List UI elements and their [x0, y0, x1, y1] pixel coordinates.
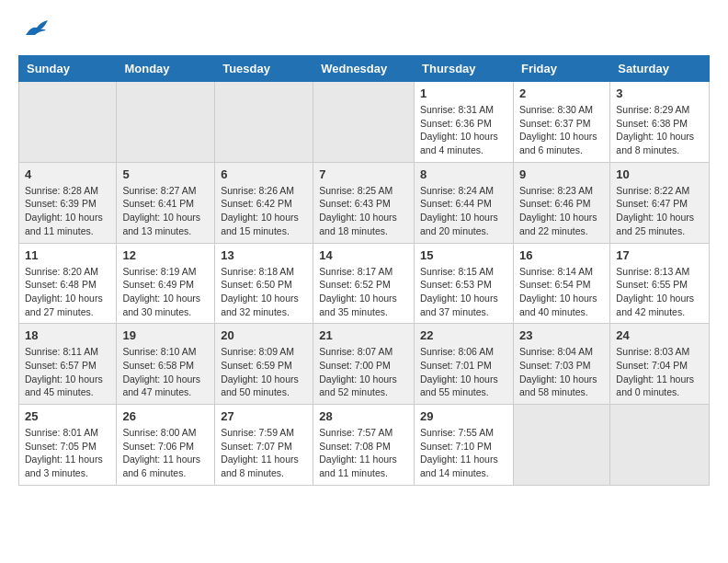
day-info: Sunrise: 8:27 AM Sunset: 6:41 PM Dayligh… [122, 184, 209, 238]
weekday-header-sunday: Sunday [19, 56, 117, 82]
calendar-table: SundayMondayTuesdayWednesdayThursdayFrid… [18, 55, 710, 486]
day-number: 12 [122, 248, 209, 262]
calendar-cell: 12Sunrise: 8:19 AM Sunset: 6:49 PM Dayli… [117, 243, 215, 324]
day-number: 11 [25, 248, 110, 262]
weekday-header-saturday: Saturday [610, 56, 710, 82]
day-number: 24 [616, 328, 703, 342]
calendar-cell [313, 82, 415, 163]
day-number: 22 [420, 328, 507, 342]
calendar-cell: 10Sunrise: 8:22 AM Sunset: 6:47 PM Dayli… [610, 162, 710, 243]
day-number: 18 [25, 328, 110, 342]
calendar-cell: 18Sunrise: 8:11 AM Sunset: 6:57 PM Dayli… [19, 324, 117, 405]
day-info: Sunrise: 7:55 AM Sunset: 7:10 PM Dayligh… [420, 426, 507, 480]
calendar-cell: 24Sunrise: 8:03 AM Sunset: 7:04 PM Dayli… [610, 324, 710, 405]
calendar-cell [610, 405, 710, 486]
day-info: Sunrise: 8:20 AM Sunset: 6:48 PM Dayligh… [25, 265, 110, 319]
calendar-week-2: 4Sunrise: 8:28 AM Sunset: 6:39 PM Daylig… [19, 162, 710, 243]
calendar-cell [19, 82, 117, 163]
logo [18, 18, 50, 46]
weekday-header-row: SundayMondayTuesdayWednesdayThursdayFrid… [19, 56, 710, 82]
calendar-cell: 13Sunrise: 8:18 AM Sunset: 6:50 PM Dayli… [215, 243, 313, 324]
day-number: 28 [319, 409, 408, 423]
day-info: Sunrise: 8:26 AM Sunset: 6:42 PM Dayligh… [221, 184, 307, 238]
day-info: Sunrise: 7:57 AM Sunset: 7:08 PM Dayligh… [319, 426, 408, 480]
calendar-cell: 5Sunrise: 8:27 AM Sunset: 6:41 PM Daylig… [117, 162, 215, 243]
calendar-cell: 16Sunrise: 8:14 AM Sunset: 6:54 PM Dayli… [513, 243, 609, 324]
calendar-week-1: 1Sunrise: 8:31 AM Sunset: 6:36 PM Daylig… [19, 82, 710, 163]
calendar-cell: 1Sunrise: 8:31 AM Sunset: 6:36 PM Daylig… [415, 82, 514, 163]
weekday-header-monday: Monday [117, 56, 215, 82]
day-info: Sunrise: 8:23 AM Sunset: 6:46 PM Dayligh… [519, 184, 604, 238]
day-info: Sunrise: 8:03 AM Sunset: 7:04 PM Dayligh… [616, 345, 703, 399]
day-number: 2 [519, 86, 604, 100]
day-number: 25 [25, 409, 110, 423]
calendar-cell [513, 405, 609, 486]
calendar-cell: 28Sunrise: 7:57 AM Sunset: 7:08 PM Dayli… [313, 405, 415, 486]
calendar-cell: 7Sunrise: 8:25 AM Sunset: 6:43 PM Daylig… [313, 162, 415, 243]
calendar-header: SundayMondayTuesdayWednesdayThursdayFrid… [19, 56, 710, 82]
day-info: Sunrise: 8:24 AM Sunset: 6:44 PM Dayligh… [420, 184, 507, 238]
logo-bird-icon [24, 18, 50, 39]
calendar-cell: 4Sunrise: 8:28 AM Sunset: 6:39 PM Daylig… [19, 162, 117, 243]
day-info: Sunrise: 8:07 AM Sunset: 7:00 PM Dayligh… [319, 345, 408, 399]
day-info: Sunrise: 8:00 AM Sunset: 7:06 PM Dayligh… [122, 426, 209, 480]
calendar-week-5: 25Sunrise: 8:01 AM Sunset: 7:05 PM Dayli… [19, 405, 710, 486]
calendar-cell: 15Sunrise: 8:15 AM Sunset: 6:53 PM Dayli… [415, 243, 514, 324]
day-number: 7 [319, 167, 408, 181]
header [18, 18, 710, 46]
day-number: 3 [616, 86, 703, 100]
day-number: 19 [122, 328, 209, 342]
calendar-cell: 21Sunrise: 8:07 AM Sunset: 7:00 PM Dayli… [313, 324, 415, 405]
calendar-cell: 11Sunrise: 8:20 AM Sunset: 6:48 PM Dayli… [19, 243, 117, 324]
day-number: 9 [519, 167, 604, 181]
calendar-cell: 9Sunrise: 8:23 AM Sunset: 6:46 PM Daylig… [513, 162, 609, 243]
calendar-week-3: 11Sunrise: 8:20 AM Sunset: 6:48 PM Dayli… [19, 243, 710, 324]
calendar-cell: 2Sunrise: 8:30 AM Sunset: 6:37 PM Daylig… [513, 82, 609, 163]
calendar-cell: 22Sunrise: 8:06 AM Sunset: 7:01 PM Dayli… [415, 324, 514, 405]
day-info: Sunrise: 8:15 AM Sunset: 6:53 PM Dayligh… [420, 265, 507, 319]
day-info: Sunrise: 8:04 AM Sunset: 7:03 PM Dayligh… [519, 345, 604, 399]
day-info: Sunrise: 8:10 AM Sunset: 6:58 PM Dayligh… [122, 345, 209, 399]
calendar-cell: 20Sunrise: 8:09 AM Sunset: 6:59 PM Dayli… [215, 324, 313, 405]
calendar-cell: 19Sunrise: 8:10 AM Sunset: 6:58 PM Dayli… [117, 324, 215, 405]
weekday-header-friday: Friday [513, 56, 609, 82]
day-number: 23 [519, 328, 604, 342]
day-number: 27 [221, 409, 307, 423]
calendar-cell: 23Sunrise: 8:04 AM Sunset: 7:03 PM Dayli… [513, 324, 609, 405]
calendar-cell: 29Sunrise: 7:55 AM Sunset: 7:10 PM Dayli… [415, 405, 514, 486]
day-info: Sunrise: 8:19 AM Sunset: 6:49 PM Dayligh… [122, 265, 209, 319]
weekday-header-tuesday: Tuesday [215, 56, 313, 82]
day-info: Sunrise: 8:30 AM Sunset: 6:37 PM Dayligh… [519, 103, 604, 157]
day-number: 17 [616, 248, 703, 262]
day-number: 13 [221, 248, 307, 262]
calendar-cell: 17Sunrise: 8:13 AM Sunset: 6:55 PM Dayli… [610, 243, 710, 324]
calendar-cell: 14Sunrise: 8:17 AM Sunset: 6:52 PM Dayli… [313, 243, 415, 324]
calendar-cell: 27Sunrise: 7:59 AM Sunset: 7:07 PM Dayli… [215, 405, 313, 486]
day-number: 8 [420, 167, 507, 181]
day-info: Sunrise: 8:17 AM Sunset: 6:52 PM Dayligh… [319, 265, 408, 319]
day-number: 16 [519, 248, 604, 262]
day-info: Sunrise: 8:06 AM Sunset: 7:01 PM Dayligh… [420, 345, 507, 399]
calendar-cell [117, 82, 215, 163]
day-info: Sunrise: 8:22 AM Sunset: 6:47 PM Dayligh… [616, 184, 703, 238]
day-number: 4 [25, 167, 110, 181]
day-number: 15 [420, 248, 507, 262]
day-info: Sunrise: 8:13 AM Sunset: 6:55 PM Dayligh… [616, 265, 703, 319]
calendar-cell: 26Sunrise: 8:00 AM Sunset: 7:06 PM Dayli… [117, 405, 215, 486]
day-number: 10 [616, 167, 703, 181]
day-info: Sunrise: 8:01 AM Sunset: 7:05 PM Dayligh… [25, 426, 110, 480]
day-number: 1 [420, 86, 507, 100]
calendar-cell: 3Sunrise: 8:29 AM Sunset: 6:38 PM Daylig… [610, 82, 710, 163]
day-info: Sunrise: 8:31 AM Sunset: 6:36 PM Dayligh… [420, 103, 507, 157]
calendar-cell [215, 82, 313, 163]
day-number: 20 [221, 328, 307, 342]
weekday-header-thursday: Thursday [415, 56, 514, 82]
weekday-header-wednesday: Wednesday [313, 56, 415, 82]
day-number: 14 [319, 248, 408, 262]
calendar-cell: 25Sunrise: 8:01 AM Sunset: 7:05 PM Dayli… [19, 405, 117, 486]
calendar-week-4: 18Sunrise: 8:11 AM Sunset: 6:57 PM Dayli… [19, 324, 710, 405]
day-number: 29 [420, 409, 507, 423]
day-number: 5 [122, 167, 209, 181]
day-info: Sunrise: 8:14 AM Sunset: 6:54 PM Dayligh… [519, 265, 604, 319]
day-info: Sunrise: 7:59 AM Sunset: 7:07 PM Dayligh… [221, 426, 307, 480]
